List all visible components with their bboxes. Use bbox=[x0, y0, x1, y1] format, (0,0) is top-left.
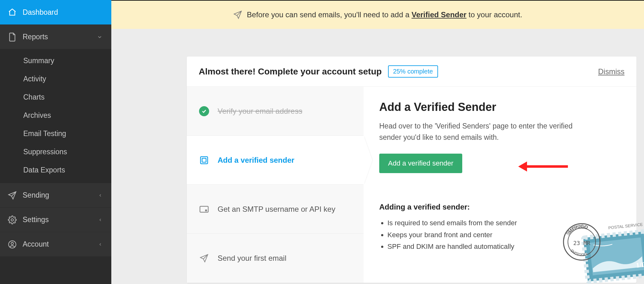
sidebar-sub-suppressions[interactable]: Suppressions bbox=[0, 143, 111, 161]
paper-plane-icon bbox=[233, 10, 242, 19]
svg-point-0 bbox=[11, 219, 13, 221]
sender-frame-icon bbox=[199, 155, 209, 166]
svg-rect-5 bbox=[200, 206, 208, 212]
sidebar-label-account: Account bbox=[23, 240, 49, 248]
progress-badge: 25% complete bbox=[388, 65, 438, 78]
card-header: Almost there! Complete your account setu… bbox=[187, 57, 636, 87]
add-verified-sender-button[interactable]: Add a verified sender bbox=[379, 154, 462, 173]
sidebar: Dashboard Reports Summary Activity Chart… bbox=[0, 0, 111, 284]
sidebar-item-settings[interactable]: Settings bbox=[0, 207, 111, 232]
sidebar-item-account[interactable]: Account bbox=[0, 232, 111, 256]
verified-sender-link[interactable]: Verified Sender bbox=[412, 10, 467, 19]
svg-point-6 bbox=[205, 210, 207, 211]
user-circle-icon bbox=[8, 240, 17, 249]
card-title: Almost there! Complete your account setu… bbox=[199, 67, 382, 77]
arrow-head-icon bbox=[518, 161, 527, 172]
card-body: Verify your email address Add a verified… bbox=[187, 87, 636, 283]
chevron-down-icon bbox=[97, 34, 103, 40]
sidebar-sub-charts[interactable]: Charts bbox=[0, 88, 111, 106]
card-icon bbox=[199, 204, 209, 215]
sidebar-reports-submenu: Summary Activity Charts Archives Email T… bbox=[0, 49, 111, 183]
paper-plane-icon bbox=[199, 253, 209, 264]
detail-bullets: Is required to send emails from the send… bbox=[379, 217, 621, 252]
bullet-item: SPF and DKIM are handled automatically bbox=[387, 241, 621, 252]
svg-rect-4 bbox=[202, 158, 206, 162]
gear-icon bbox=[8, 215, 17, 225]
sidebar-sub-activity[interactable]: Activity bbox=[0, 70, 111, 88]
chevron-left-icon bbox=[98, 242, 103, 247]
sidebar-item-dashboard[interactable]: Dashboard bbox=[0, 0, 111, 25]
sidebar-sub-data-exports[interactable]: Data Exports bbox=[0, 161, 111, 179]
step-label: Verify your email address bbox=[218, 107, 302, 116]
chevron-left-icon bbox=[98, 217, 103, 223]
sidebar-item-sending[interactable]: Sending bbox=[0, 183, 111, 207]
sidebar-item-reports[interactable]: Reports bbox=[0, 25, 111, 49]
sidebar-sub-summary[interactable]: Summary bbox=[0, 52, 111, 70]
sidebar-label-settings: Settings bbox=[23, 216, 49, 224]
detail-body: Head over to the 'Verified Senders' page… bbox=[379, 121, 574, 143]
step-smtp-api[interactable]: Get an SMTP username or API key bbox=[187, 185, 364, 234]
step-label: Get an SMTP username or API key bbox=[218, 205, 335, 214]
dismiss-link[interactable]: Dismiss bbox=[598, 67, 625, 76]
detail-sub-heading: Adding a verified sender: bbox=[379, 203, 621, 211]
chevron-left-icon bbox=[98, 193, 103, 198]
sidebar-label-reports: Reports bbox=[23, 33, 48, 41]
detail-heading: Add a Verified Sender bbox=[379, 101, 621, 114]
document-icon bbox=[8, 32, 17, 42]
notice-bar: Before you can send emails, you'll need … bbox=[111, 0, 644, 29]
bullet-item: Is required to send emails from the send… bbox=[387, 217, 621, 229]
arrow-shaft bbox=[527, 165, 568, 168]
sidebar-label-dashboard: Dashboard bbox=[23, 8, 58, 17]
svg-point-2 bbox=[11, 242, 13, 244]
step-verify-email[interactable]: Verify your email address bbox=[187, 87, 364, 136]
step-detail-panel: Add a Verified Sender Head over to the '… bbox=[364, 87, 636, 283]
svg-rect-3 bbox=[201, 156, 208, 164]
bullet-item: Keeps your brand front and center bbox=[387, 229, 621, 241]
steps-list: Verify your email address Add a verified… bbox=[187, 87, 364, 283]
step-add-sender[interactable]: Add a verified sender bbox=[187, 136, 364, 185]
sidebar-sub-archives[interactable]: Archives bbox=[0, 106, 111, 124]
notice-text: Before you can send emails, you'll need … bbox=[247, 10, 522, 19]
check-circle-icon bbox=[199, 106, 209, 117]
main-content: Before you can send emails, you'll need … bbox=[111, 0, 644, 284]
sidebar-label-sending: Sending bbox=[23, 191, 49, 199]
setup-card: Almost there! Complete your account setu… bbox=[187, 57, 636, 283]
step-send-first-email[interactable]: Send your first email bbox=[187, 234, 364, 283]
home-icon bbox=[8, 8, 17, 17]
step-label: Send your first email bbox=[218, 254, 286, 263]
svg-text:1/D: 1/D bbox=[636, 260, 644, 269]
sidebar-sub-email-testing[interactable]: Email Testing bbox=[0, 124, 111, 143]
paper-plane-icon bbox=[8, 191, 17, 200]
arrow-annotation bbox=[518, 161, 568, 172]
step-label: Add a verified sender bbox=[218, 156, 294, 165]
